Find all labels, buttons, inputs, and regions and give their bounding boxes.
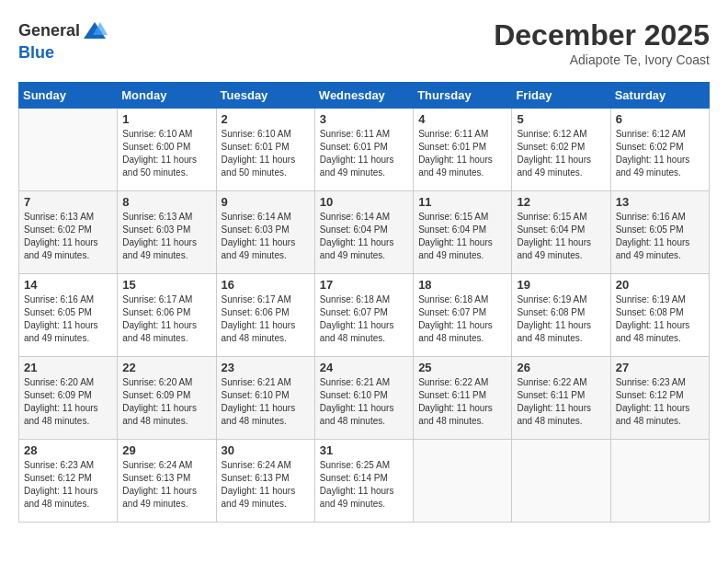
- day-number: 10: [320, 195, 408, 209]
- header-friday: Friday: [512, 83, 610, 109]
- day-number: 15: [122, 278, 210, 292]
- header-wednesday: Wednesday: [314, 83, 413, 109]
- header-saturday: Saturday: [610, 83, 709, 109]
- calendar-cell: 22Sunrise: 6:20 AMSunset: 6:09 PMDayligh…: [118, 357, 216, 440]
- day-number: 16: [222, 278, 310, 292]
- header-thursday: Thursday: [414, 83, 512, 109]
- calendar-cell: 30Sunrise: 6:24 AMSunset: 6:13 PMDayligh…: [216, 440, 314, 523]
- calendar-cell: 19Sunrise: 6:19 AMSunset: 6:08 PMDayligh…: [512, 274, 610, 357]
- month-title: December 2025: [494, 18, 710, 52]
- day-number: 3: [320, 112, 408, 126]
- day-info: Sunrise: 6:20 AMSunset: 6:09 PMDaylight:…: [122, 376, 210, 428]
- day-info: Sunrise: 6:16 AMSunset: 6:05 PMDaylight:…: [616, 211, 704, 262]
- logo-blue-text: Blue: [18, 44, 108, 63]
- calendar-cell: 31Sunrise: 6:25 AMSunset: 6:14 PMDayligh…: [314, 440, 413, 523]
- calendar-cell: 23Sunrise: 6:21 AMSunset: 6:10 PMDayligh…: [216, 357, 314, 440]
- calendar-week-row: 21Sunrise: 6:20 AMSunset: 6:09 PMDayligh…: [19, 357, 710, 440]
- day-number: 5: [517, 112, 605, 126]
- page-header: General Blue December 2025 Adiapote Te, …: [18, 18, 710, 67]
- calendar-cell: 14Sunrise: 6:16 AMSunset: 6:05 PMDayligh…: [19, 274, 118, 357]
- day-number: 14: [24, 278, 112, 292]
- day-number: 11: [418, 195, 506, 209]
- day-info: Sunrise: 6:17 AMSunset: 6:06 PMDaylight:…: [222, 293, 310, 345]
- day-number: 27: [616, 361, 704, 374]
- day-number: 4: [418, 112, 506, 126]
- day-number: 22: [122, 361, 210, 374]
- day-info: Sunrise: 6:21 AMSunset: 6:10 PMDaylight:…: [320, 376, 408, 428]
- day-number: 12: [517, 195, 605, 209]
- day-number: 9: [222, 195, 310, 209]
- calendar-cell: 5Sunrise: 6:12 AMSunset: 6:02 PMDaylight…: [512, 109, 610, 191]
- calendar-cell: 21Sunrise: 6:20 AMSunset: 6:09 PMDayligh…: [19, 357, 118, 440]
- day-info: Sunrise: 6:14 AMSunset: 6:03 PMDaylight:…: [222, 211, 310, 262]
- header-sunday: Sunday: [19, 83, 118, 109]
- day-info: Sunrise: 6:12 AMSunset: 6:02 PMDaylight:…: [616, 128, 704, 179]
- day-info: Sunrise: 6:20 AMSunset: 6:09 PMDaylight:…: [24, 376, 112, 428]
- calendar-cell: 13Sunrise: 6:16 AMSunset: 6:05 PMDayligh…: [610, 191, 709, 274]
- header-tuesday: Tuesday: [216, 83, 314, 109]
- calendar-cell: 25Sunrise: 6:22 AMSunset: 6:11 PMDayligh…: [414, 357, 512, 440]
- calendar-week-row: 14Sunrise: 6:16 AMSunset: 6:05 PMDayligh…: [19, 274, 710, 357]
- day-number: 28: [24, 443, 112, 457]
- day-number: 26: [517, 361, 605, 374]
- calendar-week-row: 7Sunrise: 6:13 AMSunset: 6:02 PMDaylight…: [19, 191, 710, 274]
- day-info: Sunrise: 6:10 AMSunset: 6:00 PMDaylight:…: [122, 128, 210, 179]
- day-info: Sunrise: 6:22 AMSunset: 6:11 PMDaylight:…: [418, 376, 506, 428]
- logo-icon: [82, 18, 108, 44]
- calendar-cell: 1Sunrise: 6:10 AMSunset: 6:00 PMDaylight…: [118, 109, 216, 191]
- day-number: 24: [320, 361, 408, 374]
- day-info: Sunrise: 6:13 AMSunset: 6:03 PMDaylight:…: [122, 211, 210, 262]
- day-info: Sunrise: 6:25 AMSunset: 6:14 PMDaylight:…: [320, 459, 408, 511]
- logo: General Blue: [18, 18, 108, 63]
- day-info: Sunrise: 6:23 AMSunset: 6:12 PMDaylight:…: [616, 376, 704, 428]
- calendar-cell: [19, 109, 118, 191]
- day-info: Sunrise: 6:19 AMSunset: 6:08 PMDaylight:…: [616, 293, 704, 345]
- day-number: 17: [320, 278, 408, 292]
- day-number: 6: [616, 112, 704, 126]
- calendar-cell: 28Sunrise: 6:23 AMSunset: 6:12 PMDayligh…: [19, 440, 118, 523]
- day-info: Sunrise: 6:17 AMSunset: 6:06 PMDaylight:…: [122, 293, 210, 345]
- day-number: 18: [418, 278, 506, 292]
- calendar-cell: 18Sunrise: 6:18 AMSunset: 6:07 PMDayligh…: [414, 274, 512, 357]
- calendar-cell: 6Sunrise: 6:12 AMSunset: 6:02 PMDaylight…: [610, 109, 709, 191]
- header-monday: Monday: [118, 83, 216, 109]
- calendar-cell: [414, 440, 512, 523]
- day-info: Sunrise: 6:24 AMSunset: 6:13 PMDaylight:…: [122, 459, 210, 511]
- calendar-cell: 9Sunrise: 6:14 AMSunset: 6:03 PMDaylight…: [216, 191, 314, 274]
- calendar-week-row: 28Sunrise: 6:23 AMSunset: 6:12 PMDayligh…: [19, 440, 710, 523]
- day-number: 19: [517, 278, 605, 292]
- day-info: Sunrise: 6:11 AMSunset: 6:01 PMDaylight:…: [418, 128, 506, 179]
- calendar-cell: 8Sunrise: 6:13 AMSunset: 6:03 PMDaylight…: [118, 191, 216, 274]
- day-number: 31: [320, 443, 408, 457]
- calendar-cell: 20Sunrise: 6:19 AMSunset: 6:08 PMDayligh…: [610, 274, 709, 357]
- calendar-cell: 3Sunrise: 6:11 AMSunset: 6:01 PMDaylight…: [314, 109, 413, 191]
- calendar-table: SundayMondayTuesdayWednesdayThursdayFrid…: [18, 82, 710, 523]
- calendar-cell: 4Sunrise: 6:11 AMSunset: 6:01 PMDaylight…: [414, 109, 512, 191]
- calendar-cell: 11Sunrise: 6:15 AMSunset: 6:04 PMDayligh…: [414, 191, 512, 274]
- day-info: Sunrise: 6:18 AMSunset: 6:07 PMDaylight:…: [320, 293, 408, 345]
- calendar-cell: 7Sunrise: 6:13 AMSunset: 6:02 PMDaylight…: [19, 191, 118, 274]
- day-info: Sunrise: 6:15 AMSunset: 6:04 PMDaylight:…: [517, 211, 605, 262]
- title-section: December 2025 Adiapote Te, Ivory Coast: [494, 18, 710, 67]
- day-number: 13: [616, 195, 704, 209]
- day-info: Sunrise: 6:23 AMSunset: 6:12 PMDaylight:…: [24, 459, 112, 511]
- calendar-cell: 17Sunrise: 6:18 AMSunset: 6:07 PMDayligh…: [314, 274, 413, 357]
- day-number: 8: [122, 195, 210, 209]
- day-number: 2: [222, 112, 310, 126]
- calendar-cell: 2Sunrise: 6:10 AMSunset: 6:01 PMDaylight…: [216, 109, 314, 191]
- calendar-week-row: 1Sunrise: 6:10 AMSunset: 6:00 PMDaylight…: [19, 109, 710, 191]
- day-number: 7: [24, 195, 112, 209]
- day-info: Sunrise: 6:19 AMSunset: 6:08 PMDaylight:…: [517, 293, 605, 345]
- day-number: 30: [222, 443, 310, 457]
- day-info: Sunrise: 6:16 AMSunset: 6:05 PMDaylight:…: [24, 293, 112, 345]
- day-number: 23: [222, 361, 310, 374]
- calendar-cell: [610, 440, 709, 523]
- calendar-cell: [512, 440, 610, 523]
- day-info: Sunrise: 6:14 AMSunset: 6:04 PMDaylight:…: [320, 211, 408, 262]
- day-info: Sunrise: 6:10 AMSunset: 6:01 PMDaylight:…: [222, 128, 310, 179]
- day-number: 25: [418, 361, 506, 374]
- calendar-cell: 16Sunrise: 6:17 AMSunset: 6:06 PMDayligh…: [216, 274, 314, 357]
- logo-general-text: General: [18, 22, 80, 40]
- calendar-header-row: SundayMondayTuesdayWednesdayThursdayFrid…: [19, 83, 710, 109]
- day-info: Sunrise: 6:11 AMSunset: 6:01 PMDaylight:…: [320, 128, 408, 179]
